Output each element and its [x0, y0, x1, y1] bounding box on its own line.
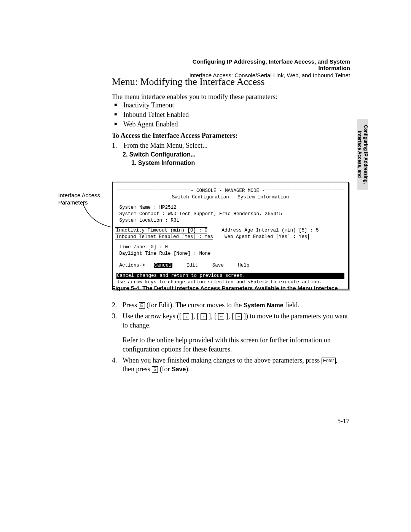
step-4: 4. When you have finished making changes…: [112, 356, 350, 374]
text: ave: [176, 366, 186, 372]
edit-mnemonic: E: [186, 263, 190, 268]
console-sys-block: System Name : HP2512 System Contact : WN…: [116, 204, 344, 224]
intro-paragraph: The menu interface enables you to modify…: [112, 93, 348, 101]
sys-name-line: System Name : HP2512: [116, 205, 177, 210]
page: Configuring IP Addressing, Interface Acc…: [0, 0, 411, 532]
console-actions: Actions-> Cancel Edit Save Help: [116, 262, 344, 269]
actions-label: Actions->: [116, 263, 154, 268]
bullet-list: Inactivity Timeout Inbound Telnet Enable…: [114, 101, 189, 130]
edit-mnemonic: E: [159, 301, 163, 309]
text: ], [: [224, 312, 236, 320]
callout-label: Interface Access Parameters: [58, 192, 108, 206]
text: ], [: [207, 312, 218, 320]
page-number: 5-17: [338, 417, 349, 425]
text: dit: [163, 301, 170, 309]
time-zone-line: Time Zone [0] : 0: [116, 244, 168, 250]
step-1: 1. From the Main Menu, Select...: [112, 142, 348, 150]
text: When you have finished making changes to…: [123, 356, 322, 364]
step-2: 2. Press E (for Edit). The cursor moves …: [112, 301, 350, 310]
thumb-tab-line-2: Interface Access, and: [357, 131, 362, 178]
menu-path-level-2: 1. System Information: [131, 160, 195, 166]
down-arrow-key: ↓: [183, 313, 189, 320]
address-age: Address Age Interval (min) [5] : 5: [222, 228, 319, 233]
thumb-tab: Interface Access, and Configuring IP Add…: [357, 119, 368, 190]
edit-rest: dit: [190, 263, 198, 268]
step-text: From the Main Menu, Select...: [124, 142, 208, 149]
save-mnemonic: S: [212, 263, 215, 268]
right-arrow-key: →: [236, 313, 242, 320]
inbound-telnet: Inbound Telnet Enabled [Yes] : Yes: [116, 234, 213, 240]
help-action[interactable]: Help: [238, 263, 249, 268]
up-arrow-key: ↑: [201, 313, 207, 320]
step-number: 3.: [112, 312, 123, 354]
inactivity-timeout: Inactivity Timeout (min) [0] : 0: [116, 228, 207, 233]
steps-continued: 2. Press E (for Edit). The cursor moves …: [112, 301, 350, 376]
console-subtitle: Switch Configuration - System Informatio…: [116, 194, 344, 201]
step-number: 4.: [112, 356, 123, 374]
save-mnemonic: S: [172, 366, 176, 372]
dst-line: Daylight Time Rule [None] : None: [116, 251, 211, 256]
cancel-rest: ancel: [157, 263, 172, 268]
console-params-block: Inactivity Timeout (min) [0] : 0 Address…: [116, 227, 344, 240]
cancel-mnemonic: C: [155, 263, 158, 268]
step-body: Use the arrow keys ([ ↓ ], [ ↑ ], [ ← ],…: [123, 312, 350, 354]
status-line-1: Cancel changes and return to previous sc…: [116, 273, 344, 279]
text: (for: [145, 301, 159, 309]
cancel-action[interactable]: Cancel: [154, 263, 172, 268]
keycap-enter: Enter: [322, 358, 336, 364]
text: ). The cursor moves to the: [170, 301, 244, 309]
console-time-block: Time Zone [0] : 0 Daylight Time Rule [No…: [116, 244, 344, 257]
console-screenshot: ==========================- CONSOLE - MA…: [112, 182, 349, 289]
bullet-item: Inactivity Timeout: [114, 101, 189, 109]
save-rest: ave: [215, 263, 224, 268]
sys-location-line: System Location : R3L: [116, 218, 179, 223]
help-rest: elp: [241, 263, 250, 268]
bullet-item: Web Agent Enabled: [114, 120, 189, 128]
console-header: ==========================- CONSOLE - MA…: [116, 188, 344, 194]
console-status-bar: Cancel changes and return to previous sc…: [116, 273, 344, 286]
header-line-1: Configuring IP Addressing, Interface Acc…: [160, 58, 350, 71]
bullet-item: Inbound Telnet Enabled: [114, 111, 189, 119]
text: Use the arrow keys ([: [123, 312, 183, 320]
param-row-a: Inactivity Timeout (min) [0] : 0: [115, 227, 207, 233]
menu-path-level-1: 2. Switch Configuration...: [123, 151, 196, 158]
web-agent: Web Agent Enabled [Yes] : Yes: [225, 234, 309, 240]
keycap-e: E: [139, 302, 145, 309]
figure-caption: Figure 5-4. The Default Interface Access…: [112, 284, 348, 292]
left-arrow-key: ←: [218, 313, 224, 320]
text: ], [: [189, 312, 201, 320]
text: ).: [186, 365, 190, 373]
footer-rule: [56, 403, 349, 403]
help-mnemonic: H: [238, 263, 241, 268]
param-row-b: Inbound Telnet Enabled [Yes] : Yes: [115, 234, 213, 240]
edit-action[interactable]: Edit: [186, 263, 198, 268]
step-number: 2.: [112, 301, 123, 310]
text: (for: [158, 365, 172, 373]
save-action[interactable]: Save: [212, 263, 224, 268]
sys-contact-line: System Contact : WND Tech Support; Eric …: [116, 211, 282, 217]
running-header: Configuring IP Addressing, Interface Acc…: [160, 58, 350, 78]
save-word: Save: [172, 366, 186, 372]
step-body: When you have finished making changes to…: [123, 356, 350, 374]
text: field.: [284, 301, 299, 309]
subsection-heading: To Access the Interface Access Parameter…: [112, 132, 238, 140]
keycap-s: S: [152, 366, 158, 373]
field-name: System Name: [244, 302, 284, 308]
text: Press: [123, 301, 139, 309]
step-number: 1.: [112, 142, 122, 150]
thumb-tab-line-1: Configuring IP Addressing,: [363, 125, 368, 184]
step-body: Press E (for Edit). The cursor moves to …: [123, 301, 350, 310]
section-title: Menu: Modifying the Interface Access: [112, 76, 264, 88]
step-3: 3. Use the arrow keys ([ ↓ ], [ ↑ ], [ ←…: [112, 312, 350, 354]
step-3-note: Refer to the online help provided with t…: [123, 336, 331, 353]
